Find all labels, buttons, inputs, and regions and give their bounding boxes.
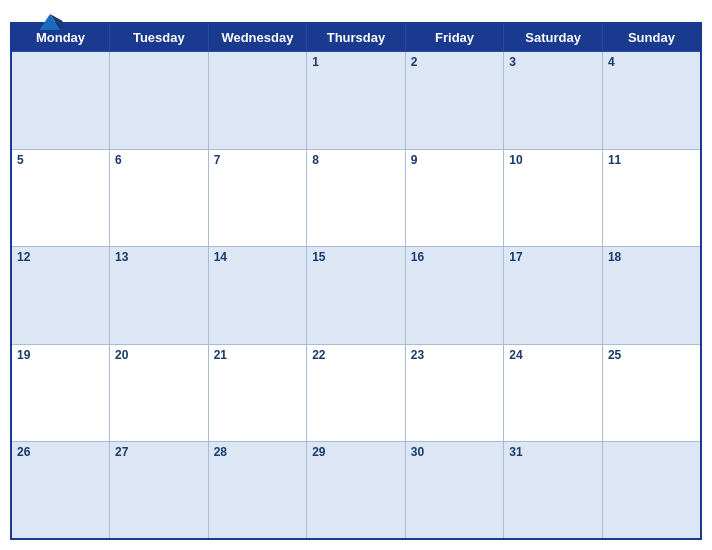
calendar-day-cell: 28	[208, 442, 307, 540]
calendar-day-cell: 7	[208, 149, 307, 247]
calendar-week-row: 567891011	[11, 149, 701, 247]
calendar-day-cell: 21	[208, 344, 307, 442]
day-number: 10	[509, 153, 522, 167]
calendar-day-cell: 22	[307, 344, 406, 442]
day-number: 8	[312, 153, 319, 167]
calendar-day-cell: 8	[307, 149, 406, 247]
calendar-day-cell: 25	[602, 344, 701, 442]
calendar-day-cell: 29	[307, 442, 406, 540]
day-number: 23	[411, 348, 424, 362]
calendar-day-cell: 6	[110, 149, 209, 247]
logo-area	[10, 10, 90, 33]
calendar-day-cell: 12	[11, 247, 110, 345]
day-number: 4	[608, 55, 615, 69]
calendar-day-cell: 4	[602, 52, 701, 150]
day-number: 29	[312, 445, 325, 459]
day-number: 26	[17, 445, 30, 459]
calendar-day-cell: 3	[504, 52, 603, 150]
calendar-day-cell	[208, 52, 307, 150]
calendar-day-cell: 19	[11, 344, 110, 442]
calendar-body: 1234567891011121314151617181920212223242…	[11, 52, 701, 540]
day-number: 9	[411, 153, 418, 167]
calendar-thead: MondayTuesdayWednesdayThursdayFridaySatu…	[11, 23, 701, 52]
weekday-header-saturday: Saturday	[504, 23, 603, 52]
calendar-day-cell: 9	[405, 149, 504, 247]
calendar-day-cell: 17	[504, 247, 603, 345]
calendar-day-cell: 31	[504, 442, 603, 540]
calendar-day-cell: 11	[602, 149, 701, 247]
calendar-container: MondayTuesdayWednesdayThursdayFridaySatu…	[0, 0, 712, 550]
weekday-header-friday: Friday	[405, 23, 504, 52]
calendar-day-cell: 26	[11, 442, 110, 540]
logo-icon	[36, 10, 64, 32]
weekday-header-sunday: Sunday	[602, 23, 701, 52]
day-number: 22	[312, 348, 325, 362]
day-number: 28	[214, 445, 227, 459]
day-number: 11	[608, 153, 621, 167]
day-number: 27	[115, 445, 128, 459]
day-number: 5	[17, 153, 24, 167]
day-number: 18	[608, 250, 621, 264]
calendar-table: MondayTuesdayWednesdayThursdayFridaySatu…	[10, 22, 702, 540]
day-number: 14	[214, 250, 227, 264]
calendar-day-cell: 15	[307, 247, 406, 345]
weekday-header-wednesday: Wednesday	[208, 23, 307, 52]
weekday-header-row: MondayTuesdayWednesdayThursdayFridaySatu…	[11, 23, 701, 52]
calendar-day-cell	[110, 52, 209, 150]
day-number: 30	[411, 445, 424, 459]
day-number: 19	[17, 348, 30, 362]
day-number: 24	[509, 348, 522, 362]
calendar-day-cell: 5	[11, 149, 110, 247]
calendar-day-cell: 30	[405, 442, 504, 540]
day-number: 13	[115, 250, 128, 264]
calendar-day-cell: 14	[208, 247, 307, 345]
calendar-day-cell: 20	[110, 344, 209, 442]
calendar-day-cell: 13	[110, 247, 209, 345]
day-number: 15	[312, 250, 325, 264]
weekday-header-tuesday: Tuesday	[110, 23, 209, 52]
calendar-week-row: 19202122232425	[11, 344, 701, 442]
calendar-day-cell: 27	[110, 442, 209, 540]
calendar-week-row: 262728293031	[11, 442, 701, 540]
calendar-day-cell	[602, 442, 701, 540]
day-number: 16	[411, 250, 424, 264]
calendar-day-cell: 2	[405, 52, 504, 150]
calendar-day-cell: 18	[602, 247, 701, 345]
day-number: 2	[411, 55, 418, 69]
day-number: 25	[608, 348, 621, 362]
day-number: 21	[214, 348, 227, 362]
calendar-day-cell: 24	[504, 344, 603, 442]
day-number: 31	[509, 445, 522, 459]
weekday-header-thursday: Thursday	[307, 23, 406, 52]
calendar-day-cell: 23	[405, 344, 504, 442]
day-number: 7	[214, 153, 221, 167]
calendar-day-cell: 1	[307, 52, 406, 150]
day-number: 1	[312, 55, 319, 69]
calendar-day-cell: 16	[405, 247, 504, 345]
day-number: 20	[115, 348, 128, 362]
calendar-header	[10, 10, 702, 22]
calendar-day-cell	[11, 52, 110, 150]
day-number: 6	[115, 153, 122, 167]
day-number: 3	[509, 55, 516, 69]
calendar-week-row: 12131415161718	[11, 247, 701, 345]
calendar-day-cell: 10	[504, 149, 603, 247]
day-number: 12	[17, 250, 30, 264]
calendar-week-row: 1234	[11, 52, 701, 150]
day-number: 17	[509, 250, 522, 264]
